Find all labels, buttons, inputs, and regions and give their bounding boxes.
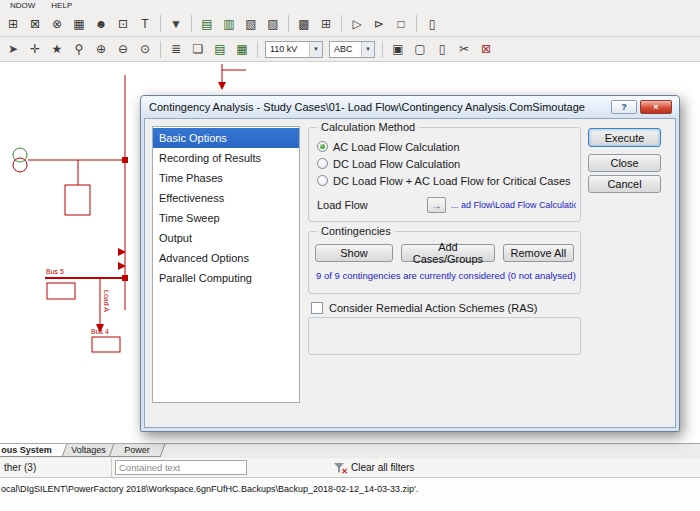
status-message: ocal\DIgSILENT\PowerFactory 2018\Workspa… <box>0 478 700 494</box>
clear-all-filters-button[interactable]: ✕ Clear all filters <box>333 462 414 474</box>
favorites-icon[interactable]: ★ <box>46 39 68 60</box>
sidebar-item-output[interactable]: Output <box>153 228 299 248</box>
ras-checkbox[interactable] <box>311 302 323 314</box>
sidebar-item-parallel-computing[interactable]: Parallel Computing <box>153 268 299 288</box>
close-button[interactable]: Close <box>588 154 661 172</box>
zoom-all-icon[interactable]: ⊙ <box>134 39 156 60</box>
radio-label: AC Load Flow Calculation <box>333 141 460 153</box>
menu-help[interactable]: HELP <box>51 1 72 10</box>
graphics-toolbar: ➤✛★⚲⊕⊖⊙≣❏▤▦110 kV▾ABC▾▣▢▯✂⊠ <box>0 37 700 62</box>
remove-all-button[interactable]: Remove All <box>503 244 574 262</box>
ras-checkbox-row[interactable]: Consider Remedial Action Schemes (RAS) <box>311 301 537 315</box>
dialog-title: Contingency Analysis - Study Cases\01- L… <box>149 101 611 113</box>
bus5-label: Bus 5 <box>46 268 64 275</box>
close-circle-icon[interactable]: ⊗ <box>46 13 68 34</box>
bus4-label: Bus 4 <box>91 328 109 335</box>
select-area-icon[interactable]: ⊡ <box>112 13 134 34</box>
detach-window-icon[interactable]: ⊠ <box>24 13 46 34</box>
calculator-icon[interactable]: ▦ <box>68 13 90 34</box>
cut-icon[interactable]: ✂ <box>453 39 475 60</box>
powerfactory-window: NDOWHELP ⊞⊠⊗▦☻⊡T▼▤▥▧▨▩⊞▷⊳□▯ ➤✛★⚲⊕⊖⊙≣❏▤▦1… <box>0 0 700 62</box>
pan-icon[interactable]: ✛ <box>24 39 46 60</box>
step-execution-icon[interactable]: ⊳ <box>368 13 390 34</box>
diagram-layers-icon[interactable]: ❏ <box>187 39 209 60</box>
network-model-manager-icon[interactable]: ▥ <box>218 13 240 34</box>
load-flow-selector-button[interactable]: → <box>427 197 446 213</box>
filter-bar: ther (3) ✕ Clear all filters <box>0 458 700 478</box>
chevron-down-icon[interactable]: ▾ <box>361 42 374 57</box>
red-x-icon: ✕ <box>341 468 348 476</box>
show-button[interactable]: Show <box>315 244 393 262</box>
copy-graphic-icon[interactable]: ▯ <box>431 39 453 60</box>
window-layout-icon[interactable]: ⊞ <box>2 13 24 34</box>
sidebar-item-advanced-options[interactable]: Advanced Options <box>153 248 299 268</box>
data-manager-icon[interactable]: ▤ <box>196 13 218 34</box>
print-icon[interactable]: ▣ <box>387 39 409 60</box>
tab-ous-system[interactable]: ous System <box>0 444 67 457</box>
execute-button[interactable]: Execute <box>588 128 661 147</box>
toolbar-separator <box>341 15 342 32</box>
edit-relevant-objects-icon[interactable]: ▩ <box>293 13 315 34</box>
print-preview-icon[interactable]: ▢ <box>409 39 431 60</box>
cancel-button[interactable]: Cancel <box>588 175 661 193</box>
text-tool-icon[interactable]: T <box>134 13 156 34</box>
ras-options-group <box>308 317 581 355</box>
load-flow-link[interactable]: ... ad Flow\Load Flow Calculation <box>451 200 576 210</box>
radio-dc-load-flow-ac-load-flow-for-critical-cases[interactable]: DC Load Flow + AC Load Flow for Critical… <box>317 172 576 189</box>
find-icon[interactable]: ⚲ <box>68 39 90 60</box>
calculation-method-title: Calculation Method <box>317 121 419 133</box>
tab-power[interactable]: Power <box>109 444 165 457</box>
execute-calculation-icon[interactable]: ▷ <box>346 13 368 34</box>
filter-column-header[interactable]: ther (3) <box>0 458 112 477</box>
diagram-page-tabs: ous SystemVoltagesPower <box>0 443 700 458</box>
layer-visibility-icon[interactable]: ≣ <box>165 39 187 60</box>
radio-icon[interactable] <box>317 175 328 186</box>
menu-ndow[interactable]: NDOW <box>10 1 35 10</box>
sidebar-item-time-sweep[interactable]: Time Sweep <box>153 208 299 228</box>
tab-label: ous System <box>1 444 52 456</box>
color-representation-icon[interactable]: ▤ <box>209 39 231 60</box>
insert-mode-icon[interactable]: ⊞ <box>315 13 337 34</box>
contained-text-filter-input[interactable] <box>115 460 247 475</box>
report-icon[interactable]: ▯ <box>421 13 443 34</box>
sidebar-item-recording-of-results[interactable]: Recording of Results <box>153 148 299 168</box>
calculation-method-group: Calculation Method AC Load Flow Calculat… <box>308 127 581 222</box>
voltage-level-dropdown-value: 110 kV <box>266 44 309 54</box>
grid-snap-icon[interactable]: ▦ <box>231 39 253 60</box>
close-icon[interactable]: × <box>640 100 672 114</box>
sidebar-item-effectiveness[interactable]: Effectiveness <box>153 188 299 208</box>
calculation-method-options: AC Load Flow CalculationDC Load Flow Cal… <box>317 138 576 189</box>
page-select-dropdown-icon[interactable]: ▼ <box>165 13 187 34</box>
sidebar-item-time-phases[interactable]: Time Phases <box>153 168 299 188</box>
radio-icon[interactable] <box>317 141 328 152</box>
variable-sets-icon[interactable]: ▨ <box>262 13 284 34</box>
stop-icon[interactable]: □ <box>390 13 412 34</box>
radio-ac-load-flow-calculation[interactable]: AC Load Flow Calculation <box>317 138 576 155</box>
delete-icon[interactable]: ⊠ <box>475 39 497 60</box>
chevron-down-icon[interactable]: ▾ <box>309 42 322 57</box>
contingency-status-text: 9 of 9 contingencies are currently consi… <box>316 270 578 281</box>
toolbar-separator <box>416 15 417 32</box>
sidebar-item-basic-options[interactable]: Basic Options <box>153 128 299 148</box>
load-flow-row: Load Flow → ... ad Flow\Load Flow Calcul… <box>317 196 576 214</box>
annotation-dropdown[interactable]: ABC▾ <box>329 41 375 58</box>
loada-label: Load A <box>103 290 110 312</box>
tab-label: Voltages <box>71 444 106 456</box>
menu-bar: NDOWHELP <box>0 0 700 11</box>
clear-all-filters-label: Clear all filters <box>351 462 414 473</box>
contingencies-buttons: ShowAdd Cases/GroupsRemove All <box>315 244 574 262</box>
toolbar-separator <box>160 15 161 32</box>
zoom-in-icon[interactable]: ⊕ <box>90 39 112 60</box>
output-window-icon[interactable]: ▧ <box>240 13 262 34</box>
load-flow-label: Load Flow <box>317 199 427 211</box>
add-cases-groups-button[interactable]: Add Cases/Groups <box>401 244 495 262</box>
cursor-icon[interactable]: ➤ <box>2 39 24 60</box>
dialog-titlebar[interactable]: Contingency Analysis - Study Cases\01- L… <box>141 96 679 118</box>
dialog-page-list: Basic OptionsRecording of ResultsTime Ph… <box>152 126 300 403</box>
voltage-level-dropdown[interactable]: 110 kV▾ <box>265 41 323 58</box>
radio-dc-load-flow-calculation[interactable]: DC Load Flow Calculation <box>317 155 576 172</box>
radio-icon[interactable] <box>317 158 328 169</box>
help-button[interactable]: ? <box>611 100 637 114</box>
user-icon[interactable]: ☻ <box>90 13 112 34</box>
zoom-out-icon[interactable]: ⊖ <box>112 39 134 60</box>
